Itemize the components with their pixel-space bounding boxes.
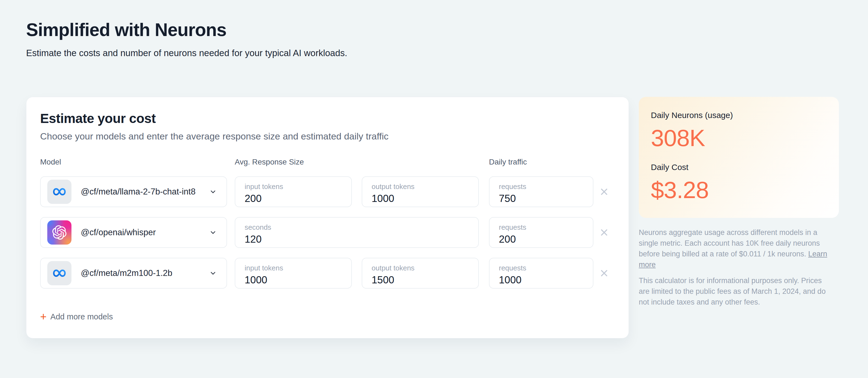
requests-field[interactable]: requests [489, 217, 593, 248]
column-headers: Model Avg. Response Size Daily traffic [40, 157, 615, 167]
model-rows: @cf/meta/llama-2-7b-chat-int8 input toke… [40, 176, 615, 289]
field-placeholder-label: requests [499, 182, 526, 191]
seconds-field[interactable]: seconds [235, 217, 479, 248]
summary-panel: Daily Neurons (usage) 308K Daily Cost $3… [639, 97, 839, 218]
neurons-explainer-note: Neurons aggregate usage across different… [639, 227, 831, 270]
neurons-explainer-text: Neurons aggregate usage across different… [639, 228, 820, 258]
column-header-avg-response-size: Avg. Response Size [235, 157, 479, 167]
column-header-daily-traffic: Daily traffic [489, 157, 593, 167]
model-row-1: @cf/meta/llama-2-7b-chat-int8 input toke… [40, 176, 615, 207]
add-more-models-button[interactable]: + Add more models [40, 311, 113, 322]
x-icon [599, 268, 609, 279]
chevron-down-icon [209, 228, 217, 237]
field-placeholder-label: requests [499, 264, 526, 272]
column-header-model: Model [40, 157, 227, 167]
remove-row-button[interactable] [593, 258, 615, 289]
model-select-label: @cf/meta/m2m100-1.2b [81, 268, 172, 278]
requests-input[interactable] [499, 274, 583, 286]
model-select-whisper[interactable]: @cf/openai/whisper [40, 217, 227, 248]
input-tokens-input[interactable] [245, 274, 341, 286]
calculator-disclaimer-note: This calculator is for informational pur… [639, 275, 831, 308]
response-size-fields: input tokens output tokens [235, 258, 479, 289]
field-placeholder-label: output tokens [372, 182, 414, 191]
daily-cost-value: $3.28 [651, 176, 827, 204]
response-size-fields: input tokens output tokens [235, 176, 479, 207]
requests-input[interactable] [499, 234, 583, 245]
requests-field[interactable]: requests [489, 176, 593, 207]
requests-input[interactable] [499, 193, 583, 204]
add-more-models-label: Add more models [50, 312, 113, 321]
daily-cost-label: Daily Cost [651, 163, 827, 172]
chevron-down-icon [209, 187, 217, 196]
content-area: Estimate your cost Choose your models an… [26, 97, 842, 339]
input-tokens-input[interactable] [245, 193, 341, 204]
model-select-label: @cf/openai/whisper [81, 228, 156, 237]
output-tokens-input[interactable] [372, 274, 468, 286]
field-placeholder-label: output tokens [372, 264, 414, 272]
summary-column: Daily Neurons (usage) 308K Daily Cost $3… [639, 97, 839, 308]
x-icon [599, 186, 609, 197]
response-size-fields: seconds [235, 217, 479, 248]
card-subtitle: Choose your models and enter the average… [40, 131, 615, 142]
field-placeholder-label: input tokens [245, 182, 283, 191]
remove-row-button[interactable] [593, 176, 615, 207]
output-tokens-field[interactable]: output tokens [362, 176, 479, 207]
model-select-m2m100[interactable]: @cf/meta/m2m100-1.2b [40, 258, 227, 289]
field-placeholder-label: requests [499, 223, 526, 231]
output-tokens-field[interactable]: output tokens [362, 258, 479, 289]
output-tokens-input[interactable] [372, 193, 468, 204]
daily-neurons-value: 308K [651, 124, 827, 152]
input-tokens-field[interactable]: input tokens [235, 258, 352, 289]
neurons-pricing-page: Simplified with Neurons Estimate the cos… [0, 0, 868, 378]
x-icon [599, 227, 609, 238]
cost-estimator-card: Estimate your cost Choose your models an… [26, 97, 629, 339]
field-placeholder-label: input tokens [245, 264, 283, 272]
disclaimer-notes: Neurons aggregate usage across different… [639, 227, 831, 308]
plus-icon: + [40, 311, 46, 322]
daily-neurons-label: Daily Neurons (usage) [651, 111, 827, 120]
openai-logo-icon [47, 221, 71, 244]
meta-infinity-icon [47, 180, 71, 204]
model-select-llama[interactable]: @cf/meta/llama-2-7b-chat-int8 [40, 176, 227, 207]
model-row-2: @cf/openai/whisper seconds [40, 217, 615, 248]
model-row-3: @cf/meta/m2m100-1.2b input tokens [40, 258, 615, 289]
page-title: Simplified with Neurons [26, 19, 842, 40]
chevron-down-icon [209, 269, 217, 277]
field-placeholder-label: seconds [245, 223, 271, 231]
meta-infinity-icon [47, 261, 71, 285]
requests-field[interactable]: requests [489, 258, 593, 289]
page-subtitle: Estimate the costs and number of neurons… [26, 48, 842, 58]
card-title: Estimate your cost [40, 111, 615, 126]
seconds-input[interactable] [245, 234, 462, 245]
input-tokens-field[interactable]: input tokens [235, 176, 352, 207]
model-select-label: @cf/meta/llama-2-7b-chat-int8 [81, 187, 195, 197]
remove-row-button[interactable] [593, 217, 615, 248]
